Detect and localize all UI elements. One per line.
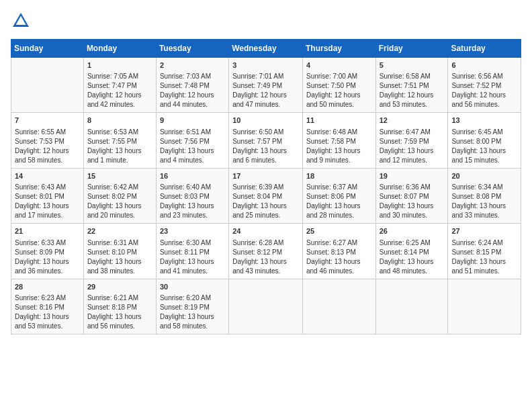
weekday-header-sunday: Sunday: [11, 40, 84, 58]
calendar-week-row: 1Sunrise: 7:05 AM Sunset: 7:47 PM Daylig…: [11, 58, 521, 113]
calendar-cell: 14Sunrise: 6:43 AM Sunset: 8:01 PM Dayli…: [11, 168, 84, 223]
day-info: Sunrise: 6:58 AM Sunset: 7:51 PM Dayligh…: [380, 72, 445, 109]
calendar-cell: 23Sunrise: 6:30 AM Sunset: 8:11 PM Dayli…: [156, 224, 228, 279]
day-info: Sunrise: 6:31 AM Sunset: 8:10 PM Dayligh…: [87, 238, 152, 276]
day-info: Sunrise: 6:45 AM Sunset: 8:00 PM Dayligh…: [451, 128, 517, 165]
calendar-cell: 1Sunrise: 7:05 AM Sunset: 7:47 PM Daylig…: [83, 58, 156, 113]
calendar-cell: 25Sunrise: 6:27 AM Sunset: 8:13 PM Dayli…: [302, 224, 375, 279]
calendar-cell: 12Sunrise: 6:47 AM Sunset: 7:59 PM Dayli…: [375, 113, 448, 168]
calendar-header: SundayMondayTuesdayWednesdayThursdayFrid…: [11, 40, 521, 58]
day-info: Sunrise: 7:00 AM Sunset: 7:50 PM Dayligh…: [306, 72, 372, 109]
day-number: 1: [87, 60, 152, 71]
calendar-cell: 16Sunrise: 6:40 AM Sunset: 8:03 PM Dayli…: [156, 168, 228, 223]
weekday-header-row: SundayMondayTuesdayWednesdayThursdayFrid…: [11, 40, 521, 58]
day-number: 16: [160, 171, 225, 181]
day-number: 24: [232, 226, 299, 236]
calendar-cell: [448, 279, 521, 334]
calendar-cell: [302, 279, 375, 334]
day-number: 11: [306, 116, 372, 126]
day-info: Sunrise: 6:56 AM Sunset: 7:52 PM Dayligh…: [451, 72, 517, 109]
calendar-cell: 8Sunrise: 6:53 AM Sunset: 7:55 PM Daylig…: [83, 113, 156, 168]
weekday-header-friday: Friday: [375, 40, 448, 58]
day-info: Sunrise: 6:24 AM Sunset: 8:15 PM Dayligh…: [451, 238, 517, 276]
day-info: Sunrise: 6:39 AM Sunset: 8:04 PM Dayligh…: [232, 183, 299, 220]
calendar-cell: 26Sunrise: 6:25 AM Sunset: 8:14 PM Dayli…: [375, 224, 448, 279]
calendar-cell: 17Sunrise: 6:39 AM Sunset: 8:04 PM Dayli…: [229, 168, 303, 223]
weekday-header-monday: Monday: [83, 40, 156, 58]
calendar-cell: 24Sunrise: 6:28 AM Sunset: 8:12 PM Dayli…: [229, 224, 303, 279]
day-number: 27: [451, 226, 517, 236]
day-number: 8: [87, 116, 152, 126]
day-number: 30: [160, 282, 225, 292]
day-info: Sunrise: 6:51 AM Sunset: 7:56 PM Dayligh…: [160, 128, 225, 165]
day-number: 19: [380, 171, 445, 181]
day-number: 23: [160, 226, 225, 236]
calendar-cell: 22Sunrise: 6:31 AM Sunset: 8:10 PM Dayli…: [83, 224, 156, 279]
day-info: Sunrise: 6:36 AM Sunset: 8:07 PM Dayligh…: [380, 183, 445, 220]
day-info: Sunrise: 6:43 AM Sunset: 8:01 PM Dayligh…: [15, 183, 80, 220]
day-number: 9: [160, 116, 225, 126]
weekday-header-thursday: Thursday: [302, 40, 375, 58]
calendar-week-row: 28Sunrise: 6:23 AM Sunset: 8:16 PM Dayli…: [11, 279, 521, 334]
day-info: Sunrise: 6:40 AM Sunset: 8:03 PM Dayligh…: [160, 183, 225, 220]
calendar-cell: 29Sunrise: 6:21 AM Sunset: 8:18 PM Dayli…: [83, 279, 156, 334]
day-number: 5: [380, 60, 445, 71]
calendar-cell: 21Sunrise: 6:33 AM Sunset: 8:09 PM Dayli…: [11, 224, 84, 279]
calendar-cell: 4Sunrise: 7:00 AM Sunset: 7:50 PM Daylig…: [302, 58, 375, 113]
day-info: Sunrise: 6:50 AM Sunset: 7:57 PM Dayligh…: [232, 128, 299, 165]
calendar-cell: 27Sunrise: 6:24 AM Sunset: 8:15 PM Dayli…: [448, 224, 521, 279]
day-info: Sunrise: 7:05 AM Sunset: 7:47 PM Dayligh…: [87, 72, 152, 109]
weekday-header-wednesday: Wednesday: [229, 40, 303, 58]
day-number: 25: [306, 226, 372, 236]
day-info: Sunrise: 6:48 AM Sunset: 7:58 PM Dayligh…: [306, 128, 372, 165]
day-info: Sunrise: 6:30 AM Sunset: 8:11 PM Dayligh…: [160, 238, 225, 276]
calendar-cell: 10Sunrise: 6:50 AM Sunset: 7:57 PM Dayli…: [229, 113, 303, 168]
day-number: 12: [380, 116, 445, 126]
calendar-cell: 30Sunrise: 6:20 AM Sunset: 8:19 PM Dayli…: [156, 279, 228, 334]
day-number: 15: [87, 171, 152, 181]
day-info: Sunrise: 6:23 AM Sunset: 8:16 PM Dayligh…: [15, 293, 80, 331]
day-info: Sunrise: 6:27 AM Sunset: 8:13 PM Dayligh…: [306, 238, 372, 276]
calendar-cell: 5Sunrise: 6:58 AM Sunset: 7:51 PM Daylig…: [375, 58, 448, 113]
calendar-cell: 2Sunrise: 7:03 AM Sunset: 7:48 PM Daylig…: [156, 58, 228, 113]
day-number: 14: [15, 171, 80, 181]
day-info: Sunrise: 6:53 AM Sunset: 7:55 PM Dayligh…: [87, 128, 152, 165]
day-number: 3: [232, 60, 299, 71]
calendar-cell: 6Sunrise: 6:56 AM Sunset: 7:52 PM Daylig…: [448, 58, 521, 113]
day-number: 29: [87, 282, 152, 292]
calendar-table: SundayMondayTuesdayWednesdayThursdayFrid…: [11, 39, 521, 334]
day-number: 26: [380, 226, 445, 236]
calendar-cell: 11Sunrise: 6:48 AM Sunset: 7:58 PM Dayli…: [302, 113, 375, 168]
weekday-header-saturday: Saturday: [448, 40, 521, 58]
day-number: 13: [451, 116, 517, 126]
day-number: 28: [15, 282, 80, 292]
day-info: Sunrise: 6:25 AM Sunset: 8:14 PM Dayligh…: [380, 238, 445, 276]
day-number: 20: [451, 171, 517, 181]
calendar-cell: 7Sunrise: 6:55 AM Sunset: 7:53 PM Daylig…: [11, 113, 84, 168]
day-info: Sunrise: 6:55 AM Sunset: 7:53 PM Dayligh…: [15, 128, 80, 165]
day-info: Sunrise: 6:34 AM Sunset: 8:08 PM Dayligh…: [451, 183, 517, 220]
page-header: [11, 11, 521, 31]
calendar-cell: 15Sunrise: 6:42 AM Sunset: 8:02 PM Dayli…: [83, 168, 156, 223]
day-number: 4: [306, 60, 372, 71]
calendar-body: 1Sunrise: 7:05 AM Sunset: 7:47 PM Daylig…: [11, 58, 521, 334]
day-info: Sunrise: 6:33 AM Sunset: 8:09 PM Dayligh…: [15, 238, 80, 276]
calendar-cell: [375, 279, 448, 334]
logo-icon: [11, 11, 31, 31]
weekday-header-tuesday: Tuesday: [156, 40, 228, 58]
day-number: 10: [232, 116, 299, 126]
day-info: Sunrise: 6:42 AM Sunset: 8:02 PM Dayligh…: [87, 183, 152, 220]
calendar-cell: 18Sunrise: 6:37 AM Sunset: 8:06 PM Dayli…: [302, 168, 375, 223]
calendar-cell: 19Sunrise: 6:36 AM Sunset: 8:07 PM Dayli…: [375, 168, 448, 223]
day-info: Sunrise: 7:01 AM Sunset: 7:49 PM Dayligh…: [232, 72, 299, 109]
logo: [11, 11, 34, 31]
calendar-cell: 28Sunrise: 6:23 AM Sunset: 8:16 PM Dayli…: [11, 279, 84, 334]
calendar-cell: 13Sunrise: 6:45 AM Sunset: 8:00 PM Dayli…: [448, 113, 521, 168]
day-number: 17: [232, 171, 299, 181]
calendar-cell: 20Sunrise: 6:34 AM Sunset: 8:08 PM Dayli…: [448, 168, 521, 223]
calendar-week-row: 21Sunrise: 6:33 AM Sunset: 8:09 PM Dayli…: [11, 224, 521, 279]
day-info: Sunrise: 7:03 AM Sunset: 7:48 PM Dayligh…: [160, 72, 225, 109]
calendar-cell: [11, 58, 84, 113]
calendar-cell: 9Sunrise: 6:51 AM Sunset: 7:56 PM Daylig…: [156, 113, 228, 168]
day-info: Sunrise: 6:28 AM Sunset: 8:12 PM Dayligh…: [232, 238, 299, 276]
